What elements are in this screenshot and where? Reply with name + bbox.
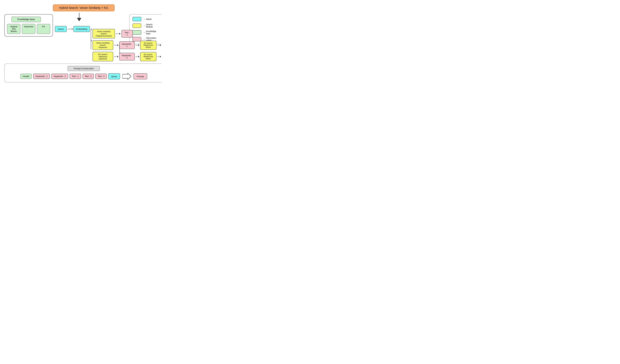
kb-down-arrow — [76, 13, 83, 22]
kb-title: Knowledge base — [12, 16, 41, 22]
kg-search-related-2: KG search: Related text blocks — [140, 52, 156, 61]
svg-marker-18 — [122, 73, 131, 80]
prompt-keywords-1: Keywords - 1 — [33, 74, 50, 79]
arrow-q-e — [68, 29, 71, 29]
prompt-result: Prompt — [134, 73, 147, 79]
svg-marker-7 — [92, 40, 92, 41]
prompt-row: Header Keywords - 1 Keywords - 2 Text - … — [8, 73, 160, 80]
kb-item-text-blocks: Original Text Blocks — [7, 24, 20, 34]
title-text: Hybrid Search: Vector Similarity + KG — [59, 6, 108, 9]
kg-search-related-1: KG search: Related text blocks — [140, 41, 156, 50]
kb-items: Original Text Blocks Keywords KG — [7, 24, 50, 34]
svg-marker-2 — [72, 28, 73, 30]
page-wrapper: Hybrid Search: Vector Similarity + KG Kn… — [3, 3, 162, 84]
page-title: Hybrid Search: Vector Similarity + KG — [53, 4, 115, 11]
flow-row-2: Vector similarity search: Keywords Keywo… — [93, 40, 162, 50]
svg-marker-6 — [92, 29, 92, 30]
legend-color-search — [133, 24, 141, 28]
branch-lines — [83, 26, 92, 52]
legend-search-module: → Search Module — [133, 23, 160, 28]
prompt-text-2: Text - 2 — [83, 74, 94, 79]
svg-marker-8 — [119, 33, 121, 35]
legend-inputs: → Inputs — [133, 17, 160, 21]
legend-color-kb — [133, 30, 141, 35]
svg-marker-10 — [138, 44, 140, 46]
svg-marker-11 — [160, 44, 161, 46]
svg-marker-17 — [160, 56, 161, 58]
kb-item-keywords: Keywords — [22, 24, 35, 34]
flow-row-3: KG search: Adjacency keywords Keywords -… — [93, 52, 162, 61]
svg-marker-16 — [138, 56, 140, 58]
flow-diagram: Query Embedding — [55, 14, 127, 61]
prompt-arrow — [122, 73, 131, 80]
legend: → Inputs → Search Module → Knowledge bas… — [129, 14, 162, 44]
prompt-construction-section: Prompt Construction Header Keywords - 1 … — [4, 63, 162, 82]
prompt-keywords-2: Keywords - 2 — [51, 74, 68, 79]
vss-keywords: Vector similarity search: Keywords — [93, 40, 113, 50]
query-box: Query — [55, 26, 67, 32]
flow-row-1: Vector similarity search: Original text … — [93, 29, 133, 38]
knowledge-base-container: Knowledge base Original Text Blocks Keyw… — [4, 14, 53, 37]
svg-marker-15 — [117, 56, 118, 58]
kb-item-kg: KG — [37, 24, 50, 34]
legend-knowledge-base: → Knowledge base — [133, 30, 160, 35]
keywords-2-box: Keywords - 2 — [119, 53, 135, 60]
kg-search-adjacency: KG search: Adjacency keywords — [93, 52, 113, 61]
text-1-box: Text - 1 — [122, 30, 133, 38]
prompt-header: Header — [20, 74, 32, 79]
prompt-text-3: Text - 3 — [95, 74, 107, 79]
prompt-text-1: Text - 1 — [70, 74, 81, 79]
keywords-1-box: Keywords - 1 — [119, 41, 135, 49]
legend-color-inputs — [133, 17, 141, 21]
svg-marker-1 — [77, 18, 81, 21]
prompt-construction-title: Prompt Construction — [68, 66, 100, 71]
prompt-query: Query — [108, 73, 120, 79]
vss-text-blocks: Vector similarity search: Original text … — [93, 29, 115, 38]
